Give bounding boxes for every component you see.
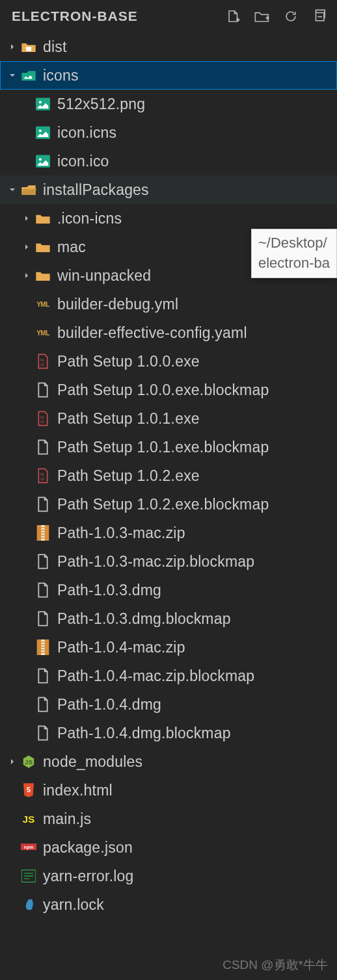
svg-text:01: 01 [40,472,44,476]
file-label: Path Setup 1.0.0.exe.blockmap [57,381,269,399]
zip-icon [35,639,51,655]
chevron-right-icon[interactable] [4,38,21,55]
tree-row[interactable]: JSnode_modules [0,747,337,776]
tree-row[interactable]: Path-1.0.3-mac.zip [0,519,337,547]
tree-row[interactable]: Path-1.0.4.dmg.blockmap [0,719,337,747]
file-label: win-unpacked [57,267,151,285]
tree-row[interactable]: Path-1.0.3.dmg [0,576,337,604]
file-label: index.html [43,782,113,799]
file-label: Path Setup 1.0.1.exe [57,410,200,428]
file-label: main.js [43,810,91,828]
zip-icon [35,525,51,541]
tree-row[interactable]: icon.ico [0,147,337,175]
tree-row[interactable]: Path Setup 1.0.2.exe.blockmap [0,490,337,519]
log-icon [21,868,36,884]
folder-open-icon [21,182,36,198]
file-label: mac [57,239,86,256]
tree-row[interactable]: Path-1.0.4-mac.zip.blockmap [0,662,337,690]
file-label: Path Setup 1.0.2.exe [57,467,200,485]
npm-icon: npm [21,840,36,855]
tree-row[interactable]: JSmain.js [0,805,337,833]
file-label: builder-debug.yml [57,296,178,313]
watermark-text: CSDN @勇敢*牛牛 [222,957,328,974]
collapse-all-icon[interactable] [311,8,328,25]
file-label: icons [43,67,79,84]
svg-text:5: 5 [27,786,31,793]
folder-icons-icon [21,68,36,83]
file-label: Path-1.0.3.dmg.blockmap [57,610,231,628]
tooltip-line: ~/Desktop/ [258,233,330,253]
chevron-right-icon[interactable] [18,239,35,255]
yaml-icon: YML [35,296,51,312]
tooltip-line: electron-ba [258,253,330,274]
path-tooltip: ~/Desktop/ electron-ba [251,229,337,278]
tree-row[interactable]: Path-1.0.3-mac.zip.blockmap [0,547,337,576]
project-title: ELECTRON-BASE [12,8,138,24]
new-folder-icon[interactable] [254,8,271,25]
file-label: installPackages [43,181,149,199]
tree-row[interactable]: 0110Path Setup 1.0.2.exe [0,461,337,490]
svg-text:10: 10 [40,477,44,481]
file-label: Path Setup 1.0.0.exe [57,353,200,370]
chevron-right-icon[interactable] [18,210,35,227]
file-label: yarn.lock [43,896,104,914]
chevron-down-icon[interactable] [4,181,21,198]
tree-row[interactable]: icon.icns [0,118,337,147]
tree-row[interactable]: yarn.lock [0,890,337,919]
tree-row[interactable]: npmpackage.json [0,833,337,862]
file-icon [35,697,51,712]
yarn-icon [21,897,36,912]
file-label: Path-1.0.4-mac.zip [57,639,185,656]
tree-row[interactable]: yarn-error.log [0,862,337,890]
tree-row[interactable]: dist [0,32,337,61]
chevron-right-icon[interactable] [18,267,35,284]
file-label: Path Setup 1.0.2.exe.blockmap [57,496,269,513]
tree-row[interactable]: 512x512.png [0,90,337,118]
tree-row[interactable]: Path Setup 1.0.1.exe.blockmap [0,433,337,461]
tree-row[interactable]: 0110Path Setup 1.0.0.exe [0,347,337,376]
file-label: Path-1.0.3-mac.zip [57,524,185,542]
file-label: .icon-icns [57,210,122,227]
tree-row[interactable]: YMLbuilder-effective-config.yaml [0,318,337,347]
file-label: dist [43,38,67,56]
image-icon [35,125,51,140]
tree-row[interactable]: Path Setup 1.0.0.exe.blockmap [0,376,337,404]
image-icon [35,96,51,112]
folder-icon [35,211,51,226]
folder-icon [35,239,51,255]
file-icon [35,582,51,598]
file-label: Path-1.0.4-mac.zip.blockmap [57,667,254,685]
tree-row[interactable]: icons [0,61,337,90]
tree-row[interactable]: Path-1.0.3.dmg.blockmap [0,604,337,633]
svg-text:npm: npm [24,845,34,850]
tree-row[interactable]: 0110Path Setup 1.0.1.exe [0,404,337,433]
node-icon: JS [21,754,36,769]
yaml-icon: YML [35,325,51,341]
svg-point-5 [39,129,42,132]
svg-point-7 [39,158,42,161]
refresh-icon[interactable] [282,8,299,25]
file-label: Path-1.0.4.dmg.blockmap [57,725,231,742]
file-label: Path-1.0.3-mac.zip.blockmap [57,553,254,571]
file-label: Path-1.0.3.dmg [57,582,161,599]
file-label: Path-1.0.4.dmg [57,696,161,714]
tree-row[interactable]: Path-1.0.4-mac.zip [0,633,337,662]
file-icon [35,668,51,684]
svg-text:01: 01 [40,415,44,419]
file-tree: disticons512x512.pngicon.icnsicon.icoins… [0,32,337,919]
image-icon [35,153,51,169]
tree-row[interactable]: YMLbuilder-debug.yml [0,290,337,318]
chevron-right-icon[interactable] [4,753,21,770]
new-file-icon[interactable] [225,8,242,25]
file-icon [35,496,51,512]
svg-point-3 [39,101,42,103]
file-label: builder-effective-config.yaml [57,324,247,342]
tree-row[interactable]: Path-1.0.4.dmg [0,690,337,719]
file-label: Path Setup 1.0.1.exe.blockmap [57,439,269,456]
tree-row[interactable]: 5index.html [0,776,337,805]
header-actions [225,8,328,25]
tree-row[interactable]: installPackages [0,175,337,204]
svg-text:10: 10 [40,363,44,367]
bin-icon: 0110 [35,411,51,426]
chevron-down-icon[interactable] [4,67,21,84]
